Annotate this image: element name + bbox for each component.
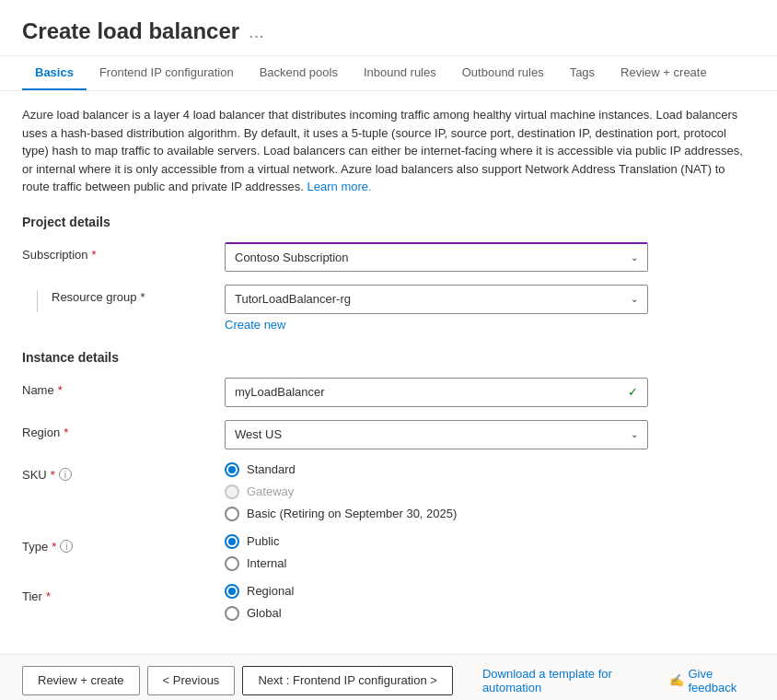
region-row: Region * West US ⌄ <box>22 420 755 449</box>
footer: Review + create < Previous Next : Fronte… <box>0 654 777 701</box>
sku-gateway-label: Gateway <box>247 484 294 498</box>
subscription-required: * <box>92 248 97 262</box>
project-details-section: Project details Subscription * Contoso S… <box>22 215 755 332</box>
download-template-link[interactable]: Download a template for automation <box>482 667 655 694</box>
sku-radio-group: Standard Gateway Basic (Retiring on Sept… <box>225 462 457 521</box>
sku-basic-option[interactable]: Basic (Retiring on September 30, 2025) <box>225 507 457 521</box>
sku-info-icon[interactable]: i <box>59 468 72 481</box>
tier-required: * <box>46 589 51 603</box>
type-internal-option[interactable]: Internal <box>225 556 286 571</box>
type-public-label: Public <box>247 534 279 548</box>
type-public-option[interactable]: Public <box>225 534 286 549</box>
page-title: Create load balancer <box>22 18 239 44</box>
subscription-arrow-icon: ⌄ <box>631 252 638 262</box>
sku-required: * <box>51 468 55 482</box>
tier-regional-radio[interactable] <box>225 584 239 599</box>
feedback-icon: ✍ <box>669 673 684 687</box>
name-valid-icon: ✓ <box>628 385 638 399</box>
next-button[interactable]: Next : Frontend IP configuration > <box>242 666 453 695</box>
previous-button[interactable]: < Previous <box>147 666 236 695</box>
subscription-dropdown[interactable]: Contoso Subscription ⌄ <box>225 242 648 272</box>
description-text: Azure load balancer is a layer 4 load ba… <box>22 106 755 196</box>
resource-group-arrow-icon: ⌄ <box>631 294 638 304</box>
name-label: Name * <box>22 378 225 397</box>
page-header: Create load balancer ... <box>0 0 777 56</box>
type-internal-label: Internal <box>247 556 286 570</box>
resource-group-required: * <box>141 290 145 304</box>
type-row: Type * i Public Internal <box>22 534 755 571</box>
sku-basic-label: Basic (Retiring on September 30, 2025) <box>247 507 457 520</box>
name-value: myLoadBalancer <box>235 385 325 399</box>
region-value: West US <box>235 427 282 441</box>
sku-standard-option[interactable]: Standard <box>225 462 457 477</box>
tier-global-radio[interactable] <box>225 606 239 621</box>
region-arrow-icon: ⌄ <box>631 429 638 439</box>
type-radio-group: Public Internal <box>225 534 286 571</box>
main-content: Azure load balancer is a layer 4 load ba… <box>0 91 777 654</box>
tier-row: Tier * Regional Global <box>22 584 755 621</box>
tab-tags[interactable]: Tags <box>557 56 608 90</box>
resource-group-label: Resource group * <box>52 285 225 304</box>
tier-regional-label: Regional <box>247 584 294 598</box>
sku-standard-label: Standard <box>247 462 296 476</box>
type-internal-radio[interactable] <box>225 556 239 571</box>
indent-decoration <box>22 285 52 312</box>
resource-group-value: TutorLoadBalancer-rg <box>235 292 351 306</box>
sku-row: SKU * i Standard Gateway Basic ( <box>22 462 755 521</box>
type-public-radio[interactable] <box>225 534 239 549</box>
tier-global-label: Global <box>247 606 282 620</box>
type-required: * <box>52 540 56 554</box>
resource-group-row: Resource group * TutorLoadBalancer-rg ⌄ … <box>22 285 755 332</box>
subscription-label: Subscription * <box>22 242 225 262</box>
subscription-row: Subscription * Contoso Subscription ⌄ <box>22 242 755 272</box>
sku-gateway-option: Gateway <box>225 484 457 499</box>
region-required: * <box>64 426 68 439</box>
instance-details-section: Instance details Name * myLoadBalancer ✓… <box>22 350 755 621</box>
learn-more-link[interactable]: Learn more. <box>307 180 372 193</box>
type-label: Type * i <box>22 534 225 554</box>
tab-inbound-rules[interactable]: Inbound rules <box>351 56 449 90</box>
tab-navigation: Basics Frontend IP configuration Backend… <box>0 56 777 91</box>
subscription-value: Contoso Subscription <box>235 251 349 264</box>
ellipsis-menu[interactable]: ... <box>249 21 264 42</box>
region-dropdown[interactable]: West US ⌄ <box>225 420 648 449</box>
create-new-link[interactable]: Create new <box>225 318 648 332</box>
give-feedback-link[interactable]: ✍ Give feedback <box>669 667 755 694</box>
footer-links: Download a template for automation ✍ Giv… <box>482 667 755 694</box>
resource-group-dropdown[interactable]: TutorLoadBalancer-rg ⌄ <box>225 285 648 314</box>
review-create-button[interactable]: Review + create <box>22 666 140 695</box>
sku-gateway-radio <box>225 484 239 499</box>
sku-label: SKU * i <box>22 462 225 482</box>
create-load-balancer-page: Create load balancer ... Basics Frontend… <box>0 0 777 700</box>
name-row: Name * myLoadBalancer ✓ <box>22 378 755 407</box>
instance-details-title: Instance details <box>22 350 755 365</box>
tier-global-option[interactable]: Global <box>225 606 294 621</box>
tab-review-create[interactable]: Review + create <box>608 56 720 90</box>
name-input[interactable]: myLoadBalancer ✓ <box>225 378 648 407</box>
tier-regional-option[interactable]: Regional <box>225 584 294 599</box>
sku-basic-radio[interactable] <box>225 507 239 521</box>
tab-basics[interactable]: Basics <box>22 56 87 90</box>
project-details-title: Project details <box>22 215 755 229</box>
tier-label: Tier * <box>22 584 225 603</box>
tab-frontend-ip[interactable]: Frontend IP configuration <box>87 56 247 90</box>
region-label: Region * <box>22 420 225 439</box>
sku-standard-radio[interactable] <box>225 462 239 477</box>
type-info-icon[interactable]: i <box>60 540 73 553</box>
tab-backend-pools[interactable]: Backend pools <box>247 56 351 90</box>
name-required: * <box>58 383 63 397</box>
tab-outbound-rules[interactable]: Outbound rules <box>449 56 557 90</box>
tier-radio-group: Regional Global <box>225 584 294 621</box>
